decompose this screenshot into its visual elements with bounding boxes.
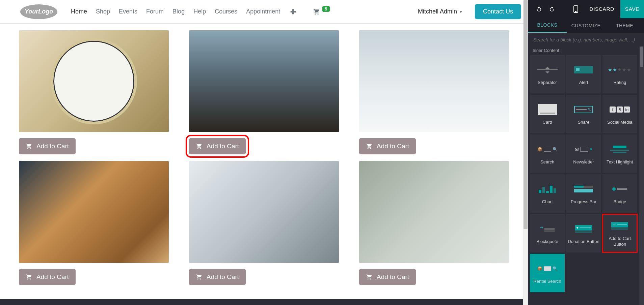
add-to-cart-button[interactable]: Add to Cart [19,269,76,285]
rating-icon: ★★★★★ [608,63,632,77]
badge-icon [612,182,627,196]
add-to-cart-label: Add to Cart [36,273,69,281]
block-search [528,33,644,47]
block-separator[interactable]: Separator [530,55,565,93]
block-label: Badge [612,199,628,205]
block-social-media[interactable]: f𝕏in Social Media [602,95,637,133]
editor-scrollbar-thumb[interactable] [640,47,643,67]
undo-button[interactable] [533,3,545,15]
editor-topbar: DISCARD SAVE [528,0,644,18]
separator-icon [537,63,558,77]
nav-events[interactable]: Events [119,8,137,15]
editor-panel: DISCARD SAVE BLOCKS CUSTOMIZE THEME Inne… [528,0,644,305]
block-share[interactable]: Share [566,95,601,133]
nav-home[interactable]: Home [71,8,87,15]
add-to-cart-button[interactable]: Add to Cart [189,138,246,154]
cart-icon [26,143,32,149]
block-search-input[interactable] [533,37,639,42]
mobile-preview-button[interactable] [568,5,584,13]
blockquote-icon: ❝ [540,222,555,236]
add-to-cart-label: Add to Cart [207,273,239,281]
share-icon [574,103,593,116]
add-menu-icon[interactable]: ✚ [290,8,296,16]
block-label: Chart [541,199,554,205]
product-image[interactable] [189,30,339,132]
text-highlight-icon [610,143,629,156]
nav-help[interactable]: Help [193,8,206,15]
logo-icon: YourLogo [20,4,57,19]
block-label: Social Media [606,120,634,125]
user-menu[interactable]: Mitchell Admin ▼ [418,8,463,15]
block-label: Newsletter [572,159,595,165]
block-rating[interactable]: ★★★★★ Rating [602,55,637,93]
alert-icon [574,63,593,77]
block-search[interactable]: 📦🔍 Search [530,134,565,173]
product-image[interactable] [19,161,169,263]
block-chart[interactable]: Chart [530,174,565,213]
main-scrollbar-thumb[interactable] [524,0,528,229]
chevron-down-icon: ▼ [459,10,463,14]
cart-icon [196,274,203,280]
cart-icon [313,8,320,15]
add-to-cart-button[interactable]: Add to Cart [359,269,416,285]
block-label: Search [539,159,556,165]
search-block-icon: 📦🔍 [537,143,558,156]
product-image[interactable] [189,161,339,263]
add-to-cart-button[interactable]: Add to Cart [189,269,246,285]
tab-blocks[interactable]: BLOCKS [528,18,567,33]
logo[interactable]: YourLogo [20,4,57,19]
block-label: Text Highlight [605,159,634,165]
nav-blog[interactable]: Blog [172,8,185,15]
product-image[interactable] [19,30,169,132]
footer-bar [0,299,523,305]
nav-appointment[interactable]: Appointment [246,8,280,15]
block-label: Rating [612,80,628,86]
product-card: Add to Cart [359,30,509,154]
discard-button[interactable]: DISCARD [584,0,620,18]
block-text-highlight[interactable]: Text Highlight [602,134,637,173]
block-label: Card [541,120,554,125]
add-to-cart-label: Add to Cart [377,143,409,150]
block-card[interactable]: Card [530,95,565,133]
cart-button[interactable]: 5 [313,8,329,15]
block-rental-search[interactable]: 📦🔍 Rental Search [530,254,565,292]
chart-icon [539,182,556,196]
donation-button-icon [575,222,592,236]
block-label: Add to Cart Button [602,236,637,247]
block-progress-bar[interactable]: Progress Bar [566,174,601,213]
cart-icon [196,143,203,149]
block-badge[interactable]: Badge [602,174,637,213]
social-media-icon: f𝕏in [610,103,630,116]
tab-customize[interactable]: CUSTOMIZE [567,18,606,33]
block-add-to-cart-button[interactable]: Add to Cart Button [602,214,637,252]
add-to-cart-label: Add to Cart [36,143,69,150]
add-to-cart-block-icon [611,219,628,233]
product-image[interactable] [359,161,509,263]
cart-icon [26,274,32,280]
cart-icon [366,143,373,149]
block-donation-button[interactable]: Donation Button [566,214,601,252]
newsletter-icon: ✉♥ [575,143,592,156]
nav-courses[interactable]: Courses [215,8,237,15]
topbar: YourLogo Home Shop Events Forum Blog Hel… [0,0,528,24]
block-newsletter[interactable]: ✉♥ Newsletter [566,134,601,173]
main-nav: Home Shop Events Forum Blog Help Courses… [71,8,296,16]
editor-scrollbar[interactable] [639,47,644,305]
contact-us-button[interactable]: Contact Us [475,4,521,19]
main-scrollbar[interactable] [523,0,528,305]
block-blockquote[interactable]: ❝ Blockquote [530,214,565,252]
add-to-cart-button[interactable]: Add to Cart [359,138,416,154]
block-label: Alert [578,80,590,86]
add-to-cart-button[interactable]: Add to Cart [19,138,76,154]
redo-icon [549,6,555,12]
product-card: Add to Cart [19,30,169,154]
save-button[interactable]: SAVE [620,0,644,18]
nav-shop[interactable]: Shop [96,8,110,15]
tab-theme[interactable]: THEME [605,18,644,33]
editor-tabs: BLOCKS CUSTOMIZE THEME [528,18,644,33]
block-alert[interactable]: Alert [566,55,601,93]
product-card: Add to Cart [359,161,509,285]
product-image[interactable] [359,30,509,132]
nav-forum[interactable]: Forum [146,8,164,15]
redo-button[interactable] [545,3,558,15]
